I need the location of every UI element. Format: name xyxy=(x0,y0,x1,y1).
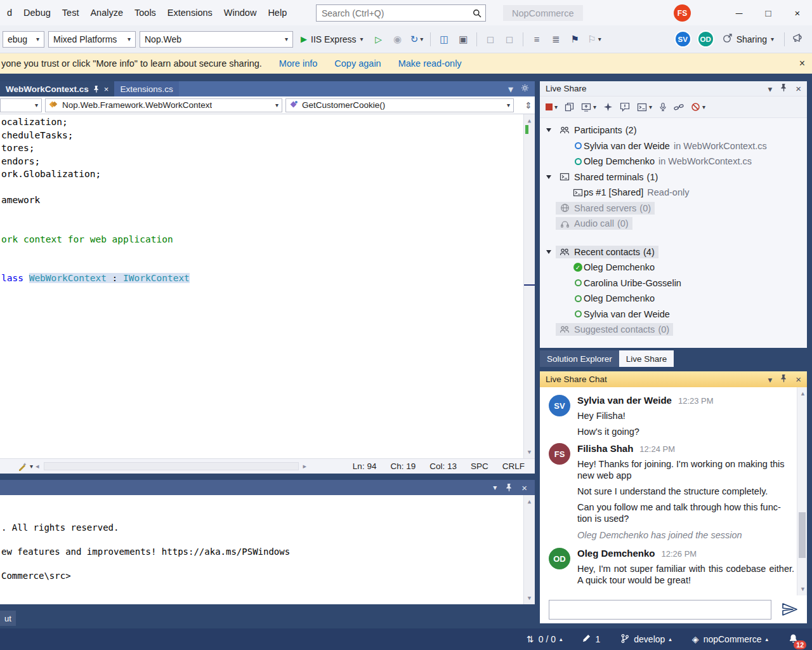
share-terminal-icon[interactable]: ▾ xyxy=(637,103,652,112)
indent-icon[interactable]: ≡ xyxy=(529,31,544,48)
maximize-button[interactable]: □ xyxy=(754,0,783,25)
tree-section-shared-servers[interactable]: Shared servers(0) xyxy=(540,201,807,216)
menu-item-tools[interactable]: Tools xyxy=(129,5,162,20)
focus-participants-icon[interactable] xyxy=(603,102,613,112)
line-indicator[interactable]: Ln: 94 xyxy=(353,461,377,471)
comment-icon[interactable] xyxy=(620,102,630,112)
document-tab-extensions-cs[interactable]: Extensions.cs xyxy=(114,81,178,96)
tree-section-participants[interactable]: Participants(2) xyxy=(540,123,807,138)
minimize-button[interactable]: ─ xyxy=(724,0,754,25)
tool-window-tab-live-share[interactable]: Live Share xyxy=(619,350,674,367)
close-panel-icon[interactable]: × xyxy=(796,374,801,385)
bookmark-icon[interactable]: ⚑ xyxy=(567,31,582,48)
chevron-down-icon[interactable]: ▾ xyxy=(493,483,497,492)
send-icon[interactable] xyxy=(782,602,798,616)
type-dropdown[interactable]: Nop.Web.Framework.WebWorkContext ▾ xyxy=(45,98,282,112)
menu-item-help[interactable]: Help xyxy=(262,5,292,20)
scroll-up-icon[interactable]: ▲ xyxy=(797,388,808,399)
expander-icon[interactable] xyxy=(546,128,556,132)
scroll-down-icon[interactable]: ▼ xyxy=(524,447,535,457)
tree-item-oleg-demchenko[interactable]: Oleg Demchenkoin WebWorkContext.cs xyxy=(540,154,807,169)
sync-status[interactable]: ⇅ 0 / 0 ▴ xyxy=(527,634,563,644)
close-panel-icon[interactable]: × xyxy=(521,482,527,493)
search-input[interactable] xyxy=(317,8,469,18)
signed-in-user-avatar[interactable]: FS xyxy=(674,4,691,22)
tree-item-oleg-demchenko[interactable]: ✓Oleg Demchenko xyxy=(540,260,807,275)
menu-item-analyze[interactable]: Analyze xyxy=(84,5,129,20)
session-link-icon[interactable] xyxy=(674,103,684,112)
notification-link-make-read-only[interactable]: Make read-only xyxy=(398,58,462,69)
stop-collaboration-button[interactable]: ▾ xyxy=(546,103,558,110)
avatar[interactable]: SV xyxy=(549,395,570,416)
horizontal-scrollbar[interactable] xyxy=(44,462,299,470)
project-dropdown[interactable]: ▾ xyxy=(0,98,42,112)
chat-input[interactable] xyxy=(549,600,771,620)
scroll-down-icon[interactable]: ▼ xyxy=(524,593,535,603)
copy-invite-link-icon[interactable] xyxy=(565,102,574,112)
solution-configuration-dropdown[interactable]: ebug ▾ xyxy=(3,31,44,48)
avatar[interactable]: FS xyxy=(549,443,570,465)
menu-item-test[interactable]: Test xyxy=(56,5,85,20)
scroll-up-icon[interactable]: ▲ xyxy=(524,496,535,507)
refresh-button[interactable]: ↻ ▾ xyxy=(409,31,425,48)
encoding-indicator[interactable]: SPC xyxy=(471,461,488,471)
expander-icon[interactable] xyxy=(546,175,556,179)
audio-call-icon[interactable] xyxy=(659,102,667,112)
scrollbar-thumb[interactable] xyxy=(799,512,806,558)
window-layout-icon[interactable]: ▣ xyxy=(455,31,471,48)
hot-reload-icon[interactable]: ◉ xyxy=(390,31,405,48)
character-indicator[interactable]: Ch: 19 xyxy=(390,461,416,471)
quick-actions-icon[interactable] xyxy=(18,462,27,471)
tree-section-suggested-contacts[interactable]: Suggested contacts(0) xyxy=(540,322,807,338)
block-guest-icon[interactable]: ▾ xyxy=(691,102,705,112)
participant-avatar[interactable]: SV xyxy=(674,30,691,48)
chat-messages[interactable]: SVSylvia van der Weide12:23 PMHey Filish… xyxy=(540,387,797,595)
search-icon[interactable] xyxy=(469,9,485,18)
share-screen-icon[interactable]: ▾ xyxy=(581,103,596,112)
pin-icon[interactable] xyxy=(506,483,513,492)
terminal-scrollbar[interactable]: ▲ ▼ xyxy=(523,495,535,604)
code-editor[interactable]: ocalization;cheduleTasks;tores;endors;or… xyxy=(0,114,535,458)
quick-search[interactable] xyxy=(316,4,486,22)
chat-panel-header[interactable]: Live Share Chat ▾ × xyxy=(540,371,807,387)
close-panel-icon[interactable]: × xyxy=(796,83,801,94)
close-window-button[interactable]: × xyxy=(783,0,812,25)
pin-icon[interactable] xyxy=(780,83,787,94)
repository[interactable]: ◈ nopCommerce ▴ xyxy=(692,634,768,644)
notification-link-more-info[interactable]: More info xyxy=(279,58,317,69)
menu-item-debug[interactable]: Debug xyxy=(18,5,56,20)
menu-item-extensions[interactable]: Extensions xyxy=(162,5,218,20)
tree-section-shared-terminals[interactable]: Shared terminals(1) xyxy=(540,169,807,185)
tree-item-oleg-demchenko[interactable]: Oleg Demchenko xyxy=(540,291,807,307)
tree-item-sylvia-van-der-weide[interactable]: Sylvia van der Weide xyxy=(540,307,807,322)
chevron-down-icon[interactable]: ▾ xyxy=(768,84,772,94)
notification-close-icon[interactable]: × xyxy=(799,58,805,69)
scroll-down-icon[interactable]: ▼ xyxy=(797,584,808,594)
tree-section-recent-contacts[interactable]: Recent contacts(4) xyxy=(540,244,807,260)
editor-scrollbar[interactable]: ▲ ▼ xyxy=(523,114,535,458)
tab-options-gear-icon[interactable] xyxy=(521,83,529,95)
live-share-panel-header[interactable]: Live Share ▾ × xyxy=(540,81,807,96)
member-dropdown[interactable]: GetCustomerCookie() ▾ xyxy=(285,98,514,112)
pin-icon[interactable] xyxy=(93,85,100,93)
start-debugging-button[interactable]: ▶ IIS Express ▾ xyxy=(297,31,367,48)
scroll-right-icon[interactable]: ▸ xyxy=(301,462,310,470)
tree-item-carolina-uribe-gosselin[interactable]: Carolina Uribe-Gosselin xyxy=(540,275,807,291)
close-tab-icon[interactable]: × xyxy=(104,84,109,94)
tool-window-tab-solution-explorer[interactable]: Solution Explorer xyxy=(540,350,619,367)
split-window-icon[interactable]: ⇕ xyxy=(525,100,535,110)
tab-list-chevron-icon[interactable]: ▾ xyxy=(508,83,513,95)
pin-icon[interactable] xyxy=(780,374,787,385)
document-tab-webworkcontext-cs[interactable]: WebWorkContext.cs× xyxy=(0,81,114,96)
tree-section-audio-call[interactable]: Audio call(0) xyxy=(540,216,807,232)
pending-changes[interactable]: 1 xyxy=(582,634,600,644)
outdent-icon[interactable]: ≣ xyxy=(548,31,563,48)
column-indicator[interactable]: Col: 13 xyxy=(429,461,457,471)
participant-avatar[interactable]: OD xyxy=(697,30,714,48)
chevron-down-icon[interactable]: ▾ xyxy=(768,375,772,385)
sharing-button[interactable]: Sharing ▾ xyxy=(720,33,776,45)
flag-icon[interactable]: ⚐ ▾ xyxy=(586,31,602,48)
new-window-icon[interactable]: ◫ xyxy=(436,31,452,48)
line-ending-indicator[interactable]: CRLF xyxy=(502,461,525,471)
expander-icon[interactable] xyxy=(546,250,556,254)
